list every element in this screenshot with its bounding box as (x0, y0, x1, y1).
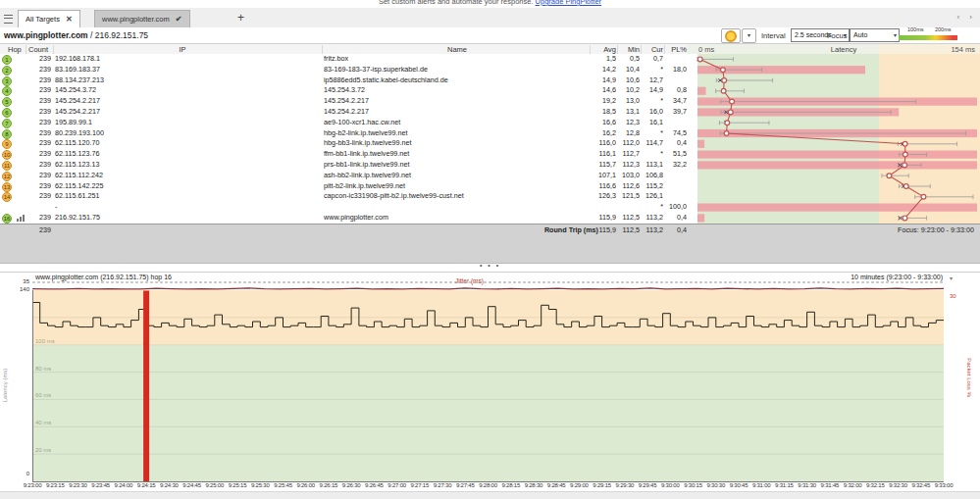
cell-count (24, 202, 51, 213)
table-row[interactable]: 923962.115.120.70hbg-bb3-link.ip.twelve9… (0, 138, 687, 149)
hop-number-badge: 13 (2, 182, 12, 192)
close-icon[interactable]: ✕ (66, 15, 73, 24)
cell-ip: 145.254.2.217 (55, 96, 312, 107)
x-tick-label: 9:27:45 (456, 482, 475, 488)
cell-ip: 145.254.3.72 (55, 85, 312, 96)
svg-text:20 ms: 20 ms (35, 447, 51, 453)
target-sep: / (88, 30, 95, 40)
cell-cur: 126,1 (642, 191, 663, 202)
cell-cur: * (642, 128, 663, 139)
tab-scroll-icons[interactable]: ‹ › (956, 13, 976, 22)
table-row[interactable]: -*100,0 (0, 202, 687, 213)
cell-avg: 14,6 (587, 85, 616, 96)
table-row[interactable]: 7239195.89.99.1ae9-100-xcr1.hac.cw.net16… (0, 118, 687, 128)
table-row[interactable]: 323988.134.237.213ip5886edd5.static.kabe… (0, 75, 687, 86)
trace-state-button[interactable] (721, 28, 741, 43)
cell-count: 239 (24, 181, 51, 192)
cell-ip: 62.115.123.76 (55, 149, 312, 160)
hop-latency-graph (687, 54, 980, 224)
x-tick-label: 9:28:45 (547, 482, 566, 488)
table-row[interactable]: 6239145.254.2.217145.254.2.21718,513,116… (0, 107, 687, 118)
cell-name: hbg-bb3-link.ip.twelve99.net (324, 138, 591, 149)
timeline-chart[interactable]: 100 ms80 ms60 ms40 ms20 ms (0, 273, 980, 491)
tab-target[interactable]: www.pingplotter.com ✔ (94, 10, 190, 27)
cell-cur: 106,8 (642, 171, 663, 181)
table-row[interactable]: 1423962.115.61.251capcon-ic331908-pitt-b… (0, 191, 687, 202)
upgrade-link[interactable]: Upgrade PingPlotter (536, 0, 602, 6)
menu-icon[interactable] (4, 15, 13, 24)
cell-pl: 18,0 (663, 65, 687, 75)
x-tick-label: 9:31:30 (798, 482, 816, 488)
cell-ip: 216.92.151.75 (55, 213, 312, 224)
x-tick-label: 9:32:45 (911, 482, 930, 488)
tab-all-targets[interactable]: All Targets ✕ (18, 10, 80, 27)
table-row[interactable]: 16239216.92.151.75www.pingplotter.com115… (0, 213, 687, 224)
cell-avg: 18,5 (587, 107, 616, 118)
hop-number-badge: 5 (2, 97, 12, 107)
cell-pl: 0,4 (663, 213, 687, 224)
x-tick-label: 9:26:00 (296, 482, 315, 488)
table-row[interactable]: 1223962.115.112.242ash-bb2-link.ip.twelv… (0, 171, 687, 181)
cell-name: hbg-b2-link.ip.twelve99.net (324, 128, 591, 139)
bottom-strip (0, 491, 980, 499)
focus-select[interactable]: Auto ▾ (850, 28, 900, 42)
cell-avg: 1,5 (587, 54, 616, 65)
cell-count: 239 (24, 128, 51, 139)
table-row[interactable]: 823980.239.193.100hbg-b2-link.ip.twelve9… (0, 128, 687, 139)
panel-splitter-handle[interactable]: • • • (0, 262, 980, 271)
cell-ip: 88.134.237.213 (55, 75, 312, 86)
cell-count: 239 (24, 191, 51, 202)
table-row[interactable]: 1239192.168.178.1fritz.box1,50,50,7 (0, 54, 687, 65)
cell-count: 239 (24, 107, 51, 118)
table-row[interactable]: 4239145.254.3.72145.254.3.7214,610,214,9… (0, 85, 687, 96)
cell-name: capcon-ic331908-pitt-b2.ip.twelve99-cust… (324, 191, 591, 202)
cell-pl: 34,7 (663, 96, 687, 107)
cell-min: 112,7 (618, 149, 640, 160)
interval-label: Interval (761, 31, 786, 40)
x-tick-label: 9:25:15 (229, 482, 247, 488)
cell-name: fritz.box (324, 54, 591, 65)
x-tick-label: 9:32:15 (866, 482, 885, 488)
cell-min: 10,6 (618, 75, 640, 86)
cell-avg: 16,6 (587, 118, 616, 128)
x-tick-label: 9:30:00 (661, 482, 680, 488)
cell-min: 10,4 (618, 65, 640, 75)
cell-avg: 16,2 (587, 128, 616, 139)
cell-name: 145.254.3.72 (324, 85, 591, 96)
table-row[interactable]: 223983.169.183.3783-169-183-37-isp.super… (0, 65, 687, 75)
table-row[interactable]: 1023962.115.123.76ffm-bb1-link.ip.twelve… (0, 149, 687, 160)
cell-min: 103,0 (618, 171, 640, 181)
cell-min: 0,5 (618, 54, 640, 65)
timeline-panel: www.pingplotter.com (216.92.151.75) hop … (0, 272, 980, 499)
svg-text:60 ms: 60 ms (35, 392, 51, 398)
cell-cur: 113,2 (642, 213, 663, 224)
hop-number-badge: 11 (2, 161, 12, 171)
cell-pl (663, 118, 687, 128)
cell-min: 12,8 (618, 128, 640, 139)
cell-ip: 62.115.61.251 (55, 191, 312, 202)
cell-count: 239 (24, 96, 51, 107)
trace-state-dropdown[interactable]: ▾ (742, 28, 756, 43)
cell-count: 239 (24, 160, 51, 171)
x-tick-label: 9:30:45 (730, 482, 748, 488)
new-tab-button[interactable]: + (237, 11, 244, 25)
cell-avg: 115,7 (587, 160, 616, 171)
cell-min: 12,3 (618, 118, 640, 128)
x-tick-label: 9:28:30 (525, 482, 543, 488)
target-host: www.pingplotter.com (4, 30, 88, 40)
cell-pl (663, 191, 687, 202)
tab-all-targets-label: All Targets (26, 15, 60, 24)
cell-name: 145.254.2.217 (324, 96, 591, 107)
cell-name: ffm-bb1-link.ip.twelve99.net (324, 149, 591, 160)
table-row[interactable]: 1323962.115.142.225pitt-b2-link.ip.twelv… (0, 181, 687, 192)
cell-avg: 14,9 (587, 75, 616, 86)
svg-text:100 ms: 100 ms (35, 338, 55, 344)
cell-pl (663, 54, 687, 65)
table-row[interactable]: 5239145.254.2.217145.254.2.21719,213,0*3… (0, 96, 687, 107)
hop-number-badge: 9 (2, 139, 12, 149)
x-tick-label: 9:23:15 (46, 482, 65, 488)
table-row[interactable]: 1123962.115.123.13prs-bb1-link.ip.twelve… (0, 160, 687, 171)
x-tick-label: 9:25:30 (251, 482, 270, 488)
cell-pl: 0,4 (663, 138, 687, 149)
cell-count: 239 (24, 54, 51, 65)
